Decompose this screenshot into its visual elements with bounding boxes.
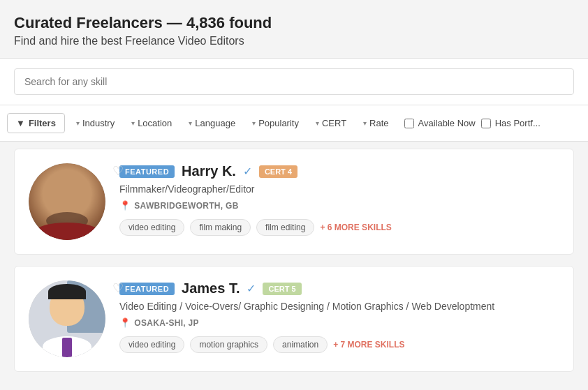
location-label: Location (138, 118, 172, 128)
more-skills-james[interactable]: + 7 MORE SKILLS (333, 340, 404, 350)
page-title: Curated Freelancers — 4,836 found (14, 14, 574, 32)
card-body-harry: FEATURED Harry K. ✓ CERT 4 Filmmaker/Vid… (119, 163, 559, 236)
more-skills-harry[interactable]: + 6 MORE SKILLS (320, 223, 391, 232)
harry-skills-row: video editing film making film editing +… (119, 219, 559, 236)
avatar-wrap-james: ♡ (29, 280, 105, 357)
chevron-down-icon: ▾ (363, 119, 367, 127)
favorite-icon-james[interactable]: ♡ (112, 280, 124, 296)
chevron-down-icon: ▾ (189, 119, 192, 127)
popularity-filter[interactable]: ▾ Popularity (245, 114, 306, 133)
harry-shirt (36, 223, 98, 240)
page-subtitle: Find and hire the best Freelance Video E… (14, 35, 574, 47)
chevron-down-icon: ▾ (131, 119, 135, 127)
harry-location-row: 📍 SAWBRIDGEWORTH, GB (119, 200, 559, 211)
header-section: Curated Freelancers — 4,836 found Find a… (0, 0, 588, 58)
avatar-james (29, 280, 105, 357)
language-filter[interactable]: ▾ Language (182, 114, 242, 133)
search-input[interactable] (14, 68, 574, 95)
location-filter[interactable]: ▾ Location (124, 114, 179, 133)
avatar-harry (29, 163, 105, 240)
card-body-james: FEATURED James T. ✓ CERT 5 Video Editing… (119, 280, 559, 353)
james-hair (48, 284, 86, 299)
location-pin-icon-james: 📍 (119, 317, 131, 328)
skill-tag: film making (190, 219, 251, 236)
cert-label: CERT (322, 118, 346, 128)
featured-badge-harry: FEATURED (119, 165, 175, 178)
james-name: James T. (182, 280, 240, 297)
harry-title: Filmmaker/Videographer/Editor (119, 183, 559, 195)
cert-filter[interactable]: ▾ CERT (309, 114, 353, 133)
skill-tag: video editing (119, 219, 184, 236)
verified-icon-harry: ✓ (243, 165, 252, 178)
cert-badge-james: CERT 5 (263, 283, 301, 295)
available-now-label: Available Now (418, 118, 476, 128)
favorite-icon-harry[interactable]: ♡ (112, 163, 124, 179)
freelancer-card-james: ♡ FEATURED James T. ✓ CERT 5 Video Editi… (14, 266, 574, 372)
has-portfolio-checkbox[interactable] (481, 119, 491, 128)
chevron-down-icon: ▾ (252, 119, 256, 127)
card-header-james: FEATURED James T. ✓ CERT 5 (119, 280, 559, 297)
chevron-down-icon: ▾ (316, 119, 319, 127)
james-title: Video Editing / Voice-Overs/ Graphic Des… (119, 301, 559, 312)
skill-tag: film editing (256, 219, 314, 236)
skill-tag: video editing (119, 336, 184, 353)
filters-label: Filters (29, 118, 56, 128)
available-now-filter[interactable]: Available Now (404, 118, 476, 128)
available-now-checkbox[interactable] (404, 119, 414, 128)
funnel-icon: ▼ (16, 118, 25, 128)
rate-filter[interactable]: ▾ Rate (356, 114, 395, 133)
harry-face (29, 163, 105, 240)
card-header-harry: FEATURED Harry K. ✓ CERT 4 (119, 163, 559, 179)
featured-badge-james: FEATURED (119, 283, 175, 295)
verified-icon-james: ✓ (247, 282, 256, 295)
freelancer-card-harry: ♡ FEATURED Harry K. ✓ CERT 4 Filmmaker/V… (14, 149, 574, 255)
search-section (0, 58, 588, 105)
industry-filter[interactable]: ▾ Industry (69, 114, 122, 133)
has-portfolio-filter[interactable]: Has Portf... (481, 118, 541, 128)
skill-tag: motion graphics (190, 336, 267, 353)
filters-button[interactable]: ▼ Filters (7, 113, 65, 133)
language-label: Language (195, 118, 235, 128)
industry-label: Industry (82, 118, 115, 128)
cert-badge-harry: CERT 4 (259, 165, 297, 178)
avatar-wrap-harry: ♡ (29, 163, 105, 240)
location-pin-icon-harry: 📍 (119, 200, 131, 211)
skill-tag: animation (273, 336, 328, 353)
james-tie (62, 338, 72, 357)
harry-name: Harry K. (182, 163, 236, 179)
popularity-label: Popularity (258, 118, 299, 128)
has-portfolio-label: Has Portf... (495, 118, 541, 128)
filters-bar: ▼ Filters ▾ Industry ▾ Location ▾ Langua… (0, 105, 588, 142)
chevron-down-icon: ▾ (76, 119, 80, 127)
rate-label: Rate (369, 118, 388, 128)
james-skills-row: video editing motion graphics animation … (119, 336, 559, 353)
results-area: ♡ FEATURED Harry K. ✓ CERT 4 Filmmaker/V… (0, 142, 588, 390)
james-location-row: 📍 OSAKA-SHI, JP (119, 317, 559, 328)
james-location: OSAKA-SHI, JP (134, 318, 199, 328)
james-face (29, 280, 105, 357)
harry-location: SAWBRIDGEWORTH, GB (134, 201, 238, 211)
